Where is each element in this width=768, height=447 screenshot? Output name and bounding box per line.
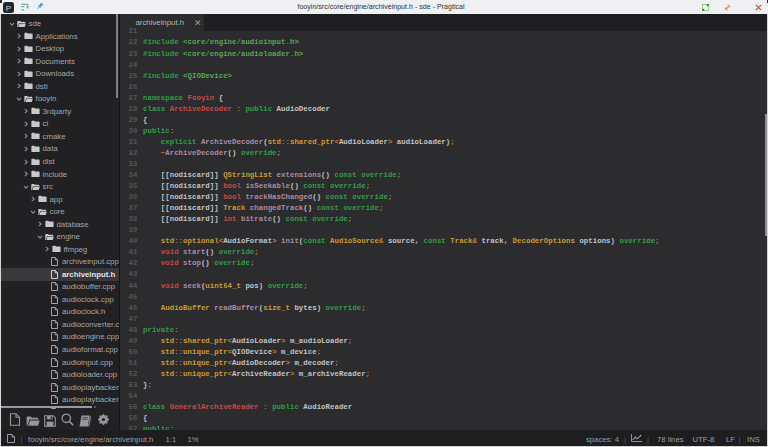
svg-text:P: P <box>6 3 11 12</box>
